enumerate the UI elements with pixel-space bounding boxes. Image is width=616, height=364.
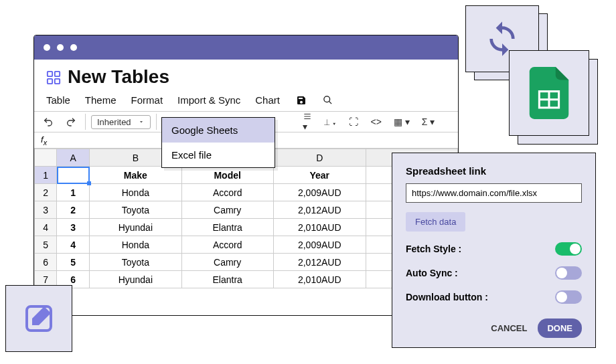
menubar: Table Theme Format Import & Sync Chart [34, 92, 458, 111]
align-icon[interactable]: ▾ [299, 112, 315, 132]
dropdown-item-excel-file[interactable]: Excel file [162, 143, 275, 167]
font-family-value: Inherited [97, 117, 131, 127]
svg-point-4 [324, 96, 330, 102]
col-header-d[interactable]: D [273, 149, 366, 167]
redo-icon[interactable] [62, 116, 80, 127]
svg-rect-3 [55, 79, 60, 84]
fetch-data-button[interactable]: Fetch data [406, 212, 465, 232]
fetch-style-label: Fetch Style : [406, 244, 461, 254]
spreadsheet-url-input[interactable] [406, 183, 582, 203]
svg-rect-1 [55, 72, 60, 76]
sheets-tile-icon [509, 50, 589, 136]
code-icon[interactable]: <> [367, 116, 384, 127]
menu-chart[interactable]: Chart [255, 94, 280, 106]
done-button[interactable]: DONE [538, 318, 582, 338]
window-dot [57, 44, 64, 51]
sigma-icon[interactable]: Σ ▾ [418, 116, 439, 127]
download-toggle[interactable] [555, 290, 582, 304]
auto-sync-label: Auto Sync : [406, 268, 458, 278]
vertical-align-icon[interactable]: ⟂ ▾ [321, 116, 341, 127]
cell[interactable] [57, 167, 90, 184]
download-button-label: Download button : [406, 292, 488, 302]
cell[interactable]: Make [90, 167, 181, 184]
borders-icon[interactable]: ▦ ▾ [390, 116, 413, 127]
dropdown-item-google-sheets[interactable]: Google Sheets [162, 118, 275, 143]
cancel-button[interactable]: CANCEL [491, 323, 527, 333]
spreadsheet-link-panel: Spreadsheet link Fetch data Fetch Style … [392, 153, 596, 348]
auto-sync-toggle[interactable] [555, 266, 582, 280]
cell[interactable]: Year [273, 167, 366, 184]
font-family-select[interactable]: Inherited [91, 115, 151, 129]
undo-icon[interactable] [40, 116, 57, 127]
fx-label: fx [41, 134, 47, 147]
save-icon[interactable] [296, 95, 307, 106]
menu-theme[interactable]: Theme [85, 94, 117, 106]
edit-tile-icon [5, 285, 72, 352]
menu-table[interactable]: Table [46, 94, 70, 106]
import-dropdown: Google Sheets Excel file [161, 117, 275, 168]
window-dot [70, 44, 77, 51]
menu-import[interactable]: Import & Sync [177, 94, 240, 106]
app-logo-icon [46, 70, 61, 85]
menu-format[interactable]: Format [131, 94, 163, 106]
col-header-a[interactable]: A [57, 149, 90, 167]
fetch-style-toggle[interactable] [555, 242, 582, 256]
svg-line-5 [329, 101, 331, 104]
page-title: New Tables [68, 66, 169, 88]
search-icon[interactable] [323, 95, 333, 105]
cell[interactable]: Model [181, 167, 273, 184]
svg-rect-2 [48, 79, 52, 84]
titlebar [34, 35, 458, 60]
window-dot [44, 44, 50, 51]
svg-rect-0 [48, 72, 52, 76]
panel-title: Spreadsheet link [406, 165, 582, 177]
chevron-down-icon [138, 118, 145, 125]
fullscreen-icon[interactable]: ⛶ [345, 116, 362, 127]
